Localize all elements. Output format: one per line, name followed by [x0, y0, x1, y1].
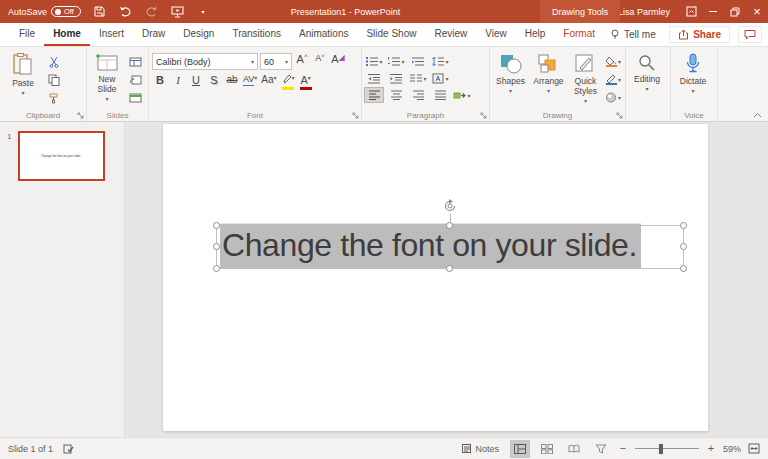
resize-handle-bottom-center[interactable] — [446, 265, 453, 272]
resize-handle-middle-right[interactable] — [680, 243, 687, 250]
shape-fill-button[interactable]: ▾ — [604, 54, 622, 69]
tab-transitions[interactable]: Transitions — [223, 23, 290, 46]
editing-button[interactable]: Editing ▾ — [629, 50, 665, 108]
share-button[interactable]: Share — [669, 26, 730, 43]
font-color-button[interactable]: A ▾ — [298, 74, 314, 91]
zoom-level[interactable]: 59% — [723, 444, 741, 454]
resize-handle-middle-left[interactable] — [213, 243, 220, 250]
shapes-button[interactable]: Shapes ▾ — [493, 50, 528, 108]
cut-button[interactable] — [45, 54, 63, 69]
decrease-font-size-button[interactable]: A˅ — [312, 53, 328, 70]
paragraph-dialog-launcher[interactable] — [480, 112, 487, 119]
zoom-out-button[interactable]: − — [618, 443, 628, 454]
tab-draw[interactable]: Draw — [133, 23, 174, 46]
reset-slide-button[interactable] — [126, 72, 144, 87]
shape-outline-button[interactable]: ▾ — [604, 72, 622, 87]
tab-review[interactable]: Review — [425, 23, 476, 46]
text-highlight-button[interactable]: ▾ — [280, 74, 296, 91]
font-dialog-launcher[interactable] — [352, 112, 359, 119]
rotate-handle[interactable] — [442, 198, 458, 214]
tab-slide-show[interactable]: Slide Show — [357, 23, 425, 46]
quick-styles-button[interactable]: Quick Styles ▾ — [569, 50, 602, 108]
redo-button[interactable] — [143, 6, 159, 17]
tab-format[interactable]: Format — [554, 23, 604, 46]
resize-handle-bottom-right[interactable] — [680, 265, 687, 272]
slide-surface[interactable]: Change the font on your slide. — [163, 124, 708, 431]
shape-effects-button[interactable]: ▾ — [604, 90, 622, 105]
spell-check-button[interactable] — [63, 443, 74, 454]
new-slide-button[interactable]: New Slide ▾ — [90, 50, 124, 108]
slide-show-view-button[interactable] — [591, 440, 611, 458]
resize-handle-top-right[interactable] — [680, 222, 687, 229]
zoom-slider-thumb[interactable] — [659, 444, 663, 454]
bullets-button[interactable]: ▾ — [365, 54, 383, 68]
arrange-button[interactable]: Arrange ▾ — [530, 50, 567, 108]
align-left-button[interactable] — [365, 88, 383, 102]
underline-button[interactable]: U — [188, 74, 204, 91]
resize-handle-top-left[interactable] — [213, 222, 220, 229]
tab-insert[interactable]: Insert — [90, 23, 133, 46]
tab-file[interactable]: File — [10, 23, 44, 46]
tab-animations[interactable]: Animations — [290, 23, 357, 46]
ribbon-display-options-button[interactable] — [680, 0, 702, 23]
autosave-switch-icon[interactable]: Off — [51, 6, 81, 17]
tab-help[interactable]: Help — [516, 23, 555, 46]
close-button[interactable]: × — [746, 0, 768, 23]
resize-handle-bottom-left[interactable] — [213, 265, 220, 272]
slide-sorter-view-button[interactable] — [537, 440, 557, 458]
format-painter-button[interactable] — [45, 90, 63, 105]
copy-button[interactable] — [45, 72, 63, 87]
tab-view[interactable]: View — [476, 23, 516, 46]
start-from-beginning-button[interactable] — [169, 6, 185, 18]
paste-button[interactable]: Paste ▾ — [3, 50, 43, 108]
tab-home[interactable]: Home — [44, 23, 90, 46]
convert-to-smartart-button[interactable]: ▾ — [453, 88, 471, 102]
undo-button[interactable] — [117, 6, 133, 17]
text-direction-button[interactable]: ▾ — [431, 71, 449, 85]
tell-me-box[interactable]: Tell me — [604, 23, 662, 46]
clipboard-dialog-launcher[interactable] — [77, 112, 84, 119]
strikethrough-button[interactable]: ab — [224, 74, 240, 91]
comments-button[interactable] — [738, 26, 762, 43]
slide-text-selected[interactable]: Change the font on your slide. — [220, 224, 641, 269]
dictate-button[interactable]: Dictate ▾ — [674, 50, 712, 108]
resize-handle-top-center[interactable] — [446, 222, 453, 229]
normal-view-button[interactable] — [510, 440, 530, 458]
notes-button[interactable]: Notes — [457, 441, 503, 456]
drawing-dialog-launcher[interactable] — [616, 112, 623, 119]
increase-font-size-button[interactable]: A˄ — [294, 53, 310, 70]
section-button[interactable] — [126, 90, 144, 105]
decrease-indent-button[interactable] — [365, 71, 383, 85]
columns-button[interactable]: ▾ — [409, 71, 427, 85]
tell-me-label: Tell me — [624, 29, 656, 40]
slide-thumbnail[interactable]: Change the font on your slide. — [18, 131, 105, 181]
zoom-slider[interactable] — [635, 444, 699, 454]
italic-button[interactable]: I — [170, 74, 186, 91]
character-spacing-button[interactable]: AV▾ — [242, 74, 258, 91]
save-button[interactable] — [91, 6, 107, 17]
font-name-combo[interactable]: Calibri (Body) ▾ — [152, 53, 258, 70]
justify-button[interactable] — [431, 88, 449, 102]
zoom-in-button[interactable]: + — [706, 443, 716, 454]
align-center-button[interactable] — [387, 88, 405, 102]
increase-indent-button[interactable] — [387, 71, 405, 85]
bold-button[interactable]: B — [152, 74, 168, 91]
layout-button[interactable] — [126, 54, 144, 69]
autosave-toggle[interactable]: AutoSave Off — [8, 6, 81, 17]
align-right-button[interactable] — [409, 88, 427, 102]
text-shadow-button[interactable]: S — [206, 74, 222, 91]
font-size-combo[interactable]: 60 ▾ — [260, 53, 292, 70]
text-box[interactable]: Change the font on your slide. — [216, 225, 684, 269]
change-case-button[interactable]: Aa▾ — [260, 74, 277, 91]
clear-formatting-button[interactable]: A◢ — [330, 53, 346, 70]
minimize-button[interactable] — [702, 0, 724, 23]
fit-slide-to-window-button[interactable] — [748, 443, 760, 454]
restore-button[interactable] — [724, 0, 746, 23]
numbering-button[interactable]: ▾ — [387, 54, 405, 68]
collapse-ribbon-button[interactable] — [753, 112, 762, 118]
tab-design[interactable]: Design — [174, 23, 223, 46]
reading-view-button[interactable] — [564, 440, 584, 458]
line-spacing-button[interactable]: ▾ — [431, 54, 449, 68]
customize-qat-button[interactable]: ▾ — [195, 8, 211, 15]
list-level-button[interactable] — [409, 54, 427, 68]
